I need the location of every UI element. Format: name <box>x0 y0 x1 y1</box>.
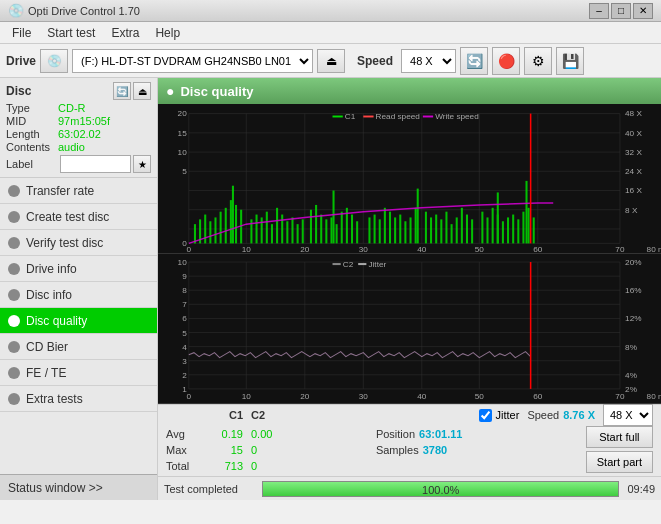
menu-bar: File Start test Extra Help <box>0 22 661 44</box>
disc-eject-button[interactable]: ⏏ <box>133 82 151 100</box>
disc-label-row: Label ★ <box>6 155 151 173</box>
menu-help[interactable]: Help <box>147 24 188 42</box>
disc-refresh-button[interactable]: 🔄 <box>113 82 131 100</box>
svg-rect-75 <box>404 221 406 243</box>
refresh-button[interactable]: 🔄 <box>460 47 488 75</box>
svg-rect-99 <box>232 186 234 244</box>
sidebar-item-cd-bier[interactable]: CD Bier <box>0 334 157 360</box>
jitter-checkbox[interactable] <box>479 409 492 422</box>
svg-text:4: 4 <box>182 343 187 352</box>
svg-rect-104 <box>333 116 343 118</box>
sidebar-item-disc-info[interactable]: Disc info <box>0 282 157 308</box>
progress-time: 09:49 <box>627 483 655 495</box>
disc-quality-header-icon: ● <box>166 83 174 99</box>
disc-label-input[interactable] <box>60 155 131 173</box>
jitter-checkbox-label[interactable]: Jitter <box>479 409 520 422</box>
svg-text:30: 30 <box>359 245 369 253</box>
settings-button1[interactable]: 🔴 <box>492 47 520 75</box>
sidebar-item-fe-te[interactable]: FE / TE <box>0 360 157 386</box>
disc-label-button[interactable]: ★ <box>133 155 151 173</box>
svg-rect-74 <box>399 215 401 244</box>
save-button[interactable]: 💾 <box>556 47 584 75</box>
svg-rect-67 <box>356 221 358 243</box>
svg-rect-39 <box>204 215 206 244</box>
settings-button2[interactable]: ⚙ <box>524 47 552 75</box>
svg-rect-86 <box>466 215 468 244</box>
content-area: ● Disc quality <box>158 78 661 500</box>
c1-col-header: C1 <box>201 409 251 421</box>
maximize-button[interactable]: □ <box>611 3 631 19</box>
c2-chart-svg: 10 9 8 7 6 5 4 3 2 1 20% 16% 12% 8% 4% <box>158 254 661 403</box>
svg-rect-98 <box>533 217 535 243</box>
svg-rect-103 <box>525 181 527 243</box>
c2-col-header: C2 <box>251 409 291 421</box>
svg-text:Jitter: Jitter <box>368 260 386 269</box>
fe-te-icon <box>8 367 20 379</box>
disc-info-icon <box>8 289 20 301</box>
svg-rect-68 <box>368 217 370 243</box>
avg-row: Avg 0.19 0.00 <box>166 426 376 442</box>
svg-text:5: 5 <box>182 167 187 176</box>
svg-text:40: 40 <box>417 245 427 253</box>
svg-rect-45 <box>235 205 237 243</box>
status-window-button[interactable]: Status window >> <box>0 474 157 500</box>
drive-select[interactable]: (F:) HL-DT-ST DVDRAM GH24NSB0 LN01 <box>72 49 313 73</box>
svg-rect-78 <box>425 212 427 244</box>
menu-start-test[interactable]: Start test <box>39 24 103 42</box>
svg-rect-59 <box>315 205 317 243</box>
svg-rect-80 <box>435 215 437 244</box>
drive-icon-button[interactable]: 💿 <box>40 49 68 73</box>
disc-mid-row: MID 97m15:05f <box>6 115 151 127</box>
sidebar-item-extra-tests[interactable]: Extra tests <box>0 386 157 412</box>
svg-text:15: 15 <box>178 129 188 138</box>
svg-rect-60 <box>320 215 322 244</box>
svg-rect-48 <box>256 215 258 244</box>
svg-rect-49 <box>261 217 263 243</box>
close-button[interactable]: ✕ <box>633 3 653 19</box>
c1-chart: 20 15 10 5 0 48 X 40 X 32 X 24 X 16 X 8 … <box>158 104 661 254</box>
stats-header-row: C1 C2 Jitter Speed 8.76 X 48 X <box>158 405 661 425</box>
svg-text:48 X: 48 X <box>625 110 643 119</box>
svg-text:50: 50 <box>475 392 485 401</box>
svg-rect-85 <box>461 208 463 244</box>
speed-label: Speed <box>357 54 393 68</box>
start-part-button[interactable]: Start part <box>586 451 653 473</box>
verify-test-icon <box>8 237 20 249</box>
svg-rect-56 <box>297 224 299 243</box>
svg-text:50: 50 <box>475 245 485 253</box>
sidebar-item-drive-info[interactable]: Drive info <box>0 256 157 282</box>
svg-text:60: 60 <box>533 245 543 253</box>
disc-quality-title: Disc quality <box>180 84 253 99</box>
svg-rect-44 <box>230 200 232 243</box>
speed-select[interactable]: 48 X <box>401 49 456 73</box>
svg-text:Write speed: Write speed <box>435 113 479 122</box>
stats-table: Avg 0.19 0.00 Max 15 0 Total 713 0 <box>166 426 376 474</box>
disc-quality-header: ● Disc quality <box>158 78 661 104</box>
cd-bier-icon <box>8 341 20 353</box>
max-row: Max 15 0 <box>166 442 376 458</box>
sidebar-item-verify-test-disc[interactable]: Verify test disc <box>0 230 157 256</box>
sidebar-item-disc-quality[interactable]: Disc quality <box>0 308 157 334</box>
position-samples: Position 63:01.11 Samples 3780 <box>376 426 586 458</box>
svg-rect-70 <box>379 219 381 243</box>
sidebar-item-create-test-disc[interactable]: Create test disc <box>0 204 157 230</box>
menu-extra[interactable]: Extra <box>103 24 147 42</box>
svg-rect-95 <box>517 219 519 243</box>
svg-rect-81 <box>440 219 442 243</box>
start-full-button[interactable]: Start full <box>586 426 653 448</box>
svg-rect-93 <box>507 217 509 243</box>
svg-rect-43 <box>225 208 227 244</box>
svg-text:12%: 12% <box>625 315 641 324</box>
eject-button[interactable]: ⏏ <box>317 49 345 73</box>
menu-file[interactable]: File <box>4 24 39 42</box>
svg-rect-106 <box>363 116 373 118</box>
speed-value: 8.76 X <box>563 409 595 421</box>
svg-text:0: 0 <box>187 245 192 253</box>
svg-text:8: 8 <box>182 286 187 295</box>
position-row: Position 63:01.11 <box>376 426 586 442</box>
minimize-button[interactable]: – <box>589 3 609 19</box>
svg-text:5: 5 <box>182 329 187 338</box>
progress-bar: 100.0% <box>262 481 619 497</box>
sidebar-item-transfer-rate[interactable]: Transfer rate <box>0 178 157 204</box>
speed-select-bottom[interactable]: 48 X <box>603 404 653 426</box>
